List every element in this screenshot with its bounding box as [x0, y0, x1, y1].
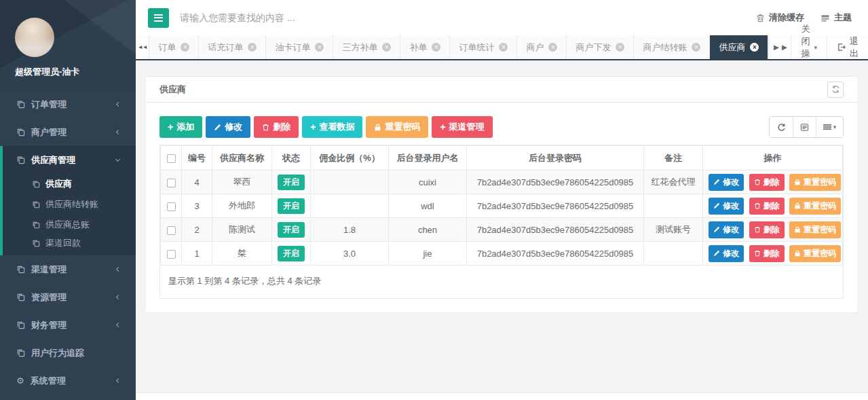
- sidebar-subitem-supplier[interactable]: 供应商: [3, 174, 136, 194]
- cell-name: 陈测试: [212, 218, 272, 242]
- exit-button[interactable]: 退出: [827, 35, 868, 59]
- trash-icon: [754, 250, 761, 257]
- row-delete-button[interactable]: 删除: [749, 245, 785, 262]
- row-checkbox[interactable]: [167, 226, 176, 235]
- close-icon[interactable]: ×: [181, 43, 189, 52]
- cell-name: 桀: [212, 242, 272, 266]
- card-view-button[interactable]: [793, 117, 816, 137]
- add-button[interactable]: + 添加: [159, 116, 202, 138]
- col-header-name: 供应商名称: [212, 146, 272, 170]
- clear-cache-button[interactable]: 清除缓存: [756, 12, 804, 24]
- copy-icon: [16, 321, 25, 329]
- copy-icon: [32, 221, 40, 229]
- row-checkbox[interactable]: [167, 179, 176, 187]
- close-icon[interactable]: ×: [616, 43, 624, 52]
- view-data-button[interactable]: + 查看数据: [302, 116, 362, 138]
- trash-icon: [262, 124, 269, 131]
- close-icon[interactable]: ×: [382, 43, 391, 52]
- cell-username: jie: [389, 242, 467, 266]
- plus-icon: +: [168, 122, 173, 132]
- table-row: 2 陈测试 开启 1.8 chen 7b2ad4e307d5b3ec9e7860…: [161, 218, 843, 242]
- tab-recharge-order[interactable]: 话充订单×: [199, 35, 266, 59]
- row-modify-button[interactable]: 修改: [709, 245, 744, 262]
- row-modify-button[interactable]: 修改: [709, 198, 744, 215]
- tab-thirdparty-reorder[interactable]: 三方补单×: [333, 35, 400, 59]
- close-icon[interactable]: ×: [248, 43, 257, 52]
- status-badge: 开启: [278, 198, 305, 214]
- columns-dropdown-button[interactable]: ▾: [816, 117, 843, 137]
- close-icon[interactable]: ×: [692, 43, 700, 52]
- cell-id: 2: [182, 218, 212, 242]
- modify-button[interactable]: 修改: [206, 116, 250, 138]
- close-icon[interactable]: ×: [499, 43, 508, 52]
- row-reset-password-button[interactable]: 重置密码: [789, 221, 841, 238]
- row-reset-password-button[interactable]: 重置密码: [789, 245, 841, 262]
- tab-merchant-settlement[interactable]: 商户结转账×: [634, 35, 710, 59]
- theme-button[interactable]: 主题: [820, 12, 852, 24]
- sidebar-item-finance-management[interactable]: 财务管理: [0, 311, 136, 339]
- row-reset-password-button[interactable]: 重置密码: [789, 174, 841, 191]
- row-modify-button[interactable]: 修改: [709, 174, 744, 191]
- col-header-username: 后台登录用户名: [389, 146, 467, 170]
- sidebar-item-channel-management[interactable]: 渠道管理: [0, 255, 136, 283]
- copy-icon: [32, 200, 40, 208]
- tab-label: 订单统计: [459, 41, 494, 54]
- sidebar-item-resource-management[interactable]: 资源管理: [0, 283, 136, 311]
- avatar[interactable]: [15, 18, 54, 57]
- sidebar-subitem-supplier-ledger[interactable]: 供应商总账: [3, 215, 136, 235]
- refresh-table-button[interactable]: [770, 117, 793, 137]
- tab-merchant[interactable]: 商户×: [517, 35, 567, 59]
- panel-header: 供应商: [146, 77, 857, 103]
- sidebar-item-supplier-management[interactable]: 供应商管理: [3, 146, 136, 174]
- col-header-commission: 佣金比例（%）: [311, 146, 389, 170]
- tab-reorder[interactable]: 补单×: [400, 35, 450, 59]
- sidebar-item-merchant-management[interactable]: 商户管理: [0, 118, 136, 146]
- tab-supplier[interactable]: 供应商×: [710, 35, 768, 59]
- reset-password-button[interactable]: 重置密码: [366, 116, 428, 138]
- panel-refresh-button[interactable]: [827, 81, 844, 98]
- close-icon[interactable]: ×: [432, 43, 440, 52]
- sidebar-subitem-channel-repayment[interactable]: 渠道回款: [3, 235, 136, 255]
- close-icon[interactable]: ×: [315, 43, 324, 52]
- sidebar-subitem-supplier-settlement[interactable]: 供应商结转账: [3, 194, 136, 215]
- cell-commission: [311, 194, 389, 218]
- tabs-scroll-left-button[interactable]: ◄◄: [136, 35, 149, 59]
- sidebar-item-user-behavior-tracking[interactable]: 用户行为追踪: [0, 339, 136, 367]
- tab-fuelcard-order[interactable]: 油卡订单×: [266, 35, 333, 59]
- close-icon[interactable]: ×: [750, 43, 759, 52]
- delete-button[interactable]: 删除: [254, 116, 299, 138]
- cell-actions: 修改 删除 重置密码: [703, 194, 843, 218]
- pagination-summary: 显示第 1 到第 4 条记录，总共 4 条记录: [160, 266, 843, 298]
- tab-merchant-dispatch[interactable]: 商户下发×: [567, 35, 634, 59]
- channel-manage-button[interactable]: + 渠道管理: [432, 116, 492, 138]
- row-delete-button[interactable]: 删除: [749, 198, 785, 215]
- chevron-left-icon: [115, 322, 121, 328]
- gears-icon: ⚙: [16, 376, 24, 385]
- tab-order[interactable]: 订单×: [149, 35, 199, 59]
- sidebar: 超级管理员-油卡 订单管理 商户管理 供应商管理: [0, 0, 136, 400]
- row-modify-button[interactable]: 修改: [709, 221, 744, 238]
- copy-icon: [16, 265, 25, 274]
- reset-password-label: 重置密码: [385, 121, 420, 133]
- row-checkbox[interactable]: [167, 202, 176, 211]
- search-input[interactable]: [180, 12, 397, 23]
- lock-icon: [374, 124, 381, 131]
- row-checkbox[interactable]: [167, 250, 176, 259]
- tabs-scroll-right-button[interactable]: ►►: [768, 35, 791, 59]
- sidebar-item-label: 渠道管理: [31, 263, 67, 276]
- sidebar-item-order-management[interactable]: 订单管理: [0, 90, 136, 118]
- sidebar-item-system-management[interactable]: ⚙ 系统管理: [0, 367, 136, 395]
- tab-order-statistics[interactable]: 订单统计×: [450, 35, 517, 59]
- close-operations-dropdown[interactable]: 关闭操作 ▾: [791, 35, 827, 59]
- trash-icon: [756, 14, 765, 22]
- topbar-actions: 清除缓存 主题: [756, 12, 852, 24]
- sidebar-item-label: 系统管理: [31, 375, 66, 387]
- sign-out-icon: [837, 43, 846, 52]
- close-icon[interactable]: ×: [548, 43, 557, 52]
- modify-label: 修改: [225, 121, 242, 133]
- row-reset-password-button[interactable]: 重置密码: [789, 198, 841, 215]
- sidebar-toggle-button[interactable]: [148, 8, 169, 28]
- row-delete-button[interactable]: 删除: [749, 174, 785, 191]
- row-delete-button[interactable]: 删除: [749, 221, 785, 238]
- select-all-checkbox[interactable]: [167, 154, 176, 163]
